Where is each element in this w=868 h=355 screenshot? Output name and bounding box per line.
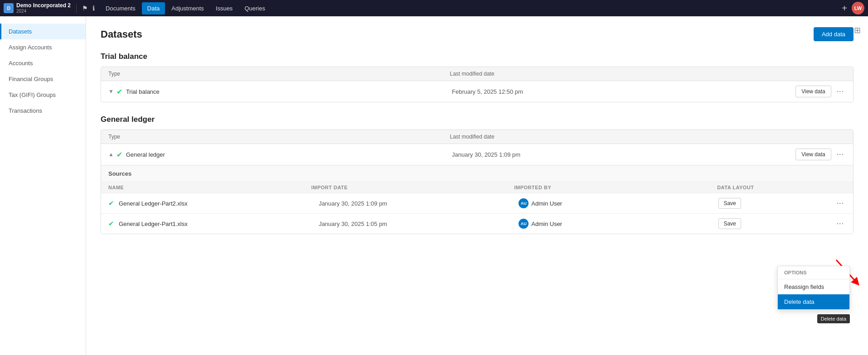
page-layout: Datasets Assign Accounts Accounts Financ… [0, 16, 868, 355]
gl-actions: View data ··· [795, 149, 846, 160]
gl-check-icon: ✔ [116, 150, 122, 159]
user-avatar-1: AU [519, 198, 529, 208]
sidebar-item-transactions[interactable]: Transactions [0, 103, 86, 119]
app-icon: D [4, 3, 14, 13]
trial-balance-actions: View data ··· [795, 86, 846, 97]
app-name: Demo Incorporated 2 [16, 3, 71, 9]
top-navigation: D Demo Incorporated 2 2024 ⚑ ℹ Documents… [0, 0, 868, 16]
general-ledger-header: Type Last modified date [101, 130, 853, 144]
col-imported-by-header: IMPORTED BY [514, 185, 717, 190]
trial-balance-table: Type Last modified date ▼ ✔ Trial balanc… [101, 67, 853, 102]
nav-queries[interactable]: Queries [239, 2, 271, 14]
app-year: 2024 [16, 9, 71, 14]
panel-toggle-icon[interactable]: ⊞ [854, 25, 861, 35]
source-date-1: January 30, 2025 1:09 pm [319, 200, 519, 207]
nav-issues[interactable]: Issues [210, 2, 238, 14]
save-button-1[interactable]: Save [718, 198, 741, 209]
main-content: Datasets Add data Trial balance Type Las… [86, 16, 868, 355]
more-options-button-gl[interactable]: ··· [835, 149, 846, 159]
add-icon[interactable]: + [842, 3, 847, 14]
trial-balance-section: Trial balance Type Last modified date ▼ … [101, 52, 853, 102]
expand-icon[interactable]: ▼ [108, 88, 114, 95]
nav-right: + LW [842, 2, 864, 14]
more-options-button-trial[interactable]: ··· [835, 86, 846, 96]
source-more-options-1[interactable]: ··· [835, 198, 846, 208]
flag-icon[interactable]: ⚑ [82, 5, 88, 12]
row-name: Trial balance [126, 88, 160, 95]
col-import-date-header: IMPORT DATE [311, 185, 514, 190]
source-date-2: January 30, 2025 1:05 pm [319, 221, 519, 227]
gl-row-name: General ledger [126, 151, 165, 158]
collapse-icon[interactable]: ▲ [108, 151, 114, 158]
delete-data-item[interactable]: Delete data [778, 294, 849, 309]
dropdown-options-label: Options [778, 266, 849, 279]
sidebar-item-accounts[interactable]: Accounts [0, 55, 86, 71]
nav-adjustments[interactable]: Adjustments [166, 2, 209, 14]
sources-header: Sources [101, 166, 853, 182]
page-header: Datasets Add data [101, 27, 853, 41]
sources-col-headers: NAME IMPORT DATE IMPORTED BY DATA LAYOUT [101, 182, 853, 193]
col-type-label: Type [108, 71, 450, 77]
info-icon[interactable]: ℹ [92, 5, 95, 12]
user-avatar[interactable]: LW [852, 2, 864, 14]
source-row-1: ✔ General Ledger-Part2.xlsx January 30, … [101, 193, 853, 214]
source-check-icon-1: ✔ [108, 199, 114, 207]
source-layout-2: Save [718, 218, 819, 229]
trial-balance-date: February 5, 2025 12:50 pm [452, 88, 795, 95]
general-ledger-table: Type Last modified date ▲ ✔ General ledg… [101, 130, 853, 234]
source-row-2: ✔ General Ledger-Part1.xlsx January 30, … [101, 214, 853, 234]
add-data-button[interactable]: Add data [814, 27, 853, 41]
nav-icons: ⚑ ℹ [82, 5, 95, 12]
sidebar-item-assign-accounts[interactable]: Assign Accounts [0, 39, 86, 55]
source-user-2: AU Admin User [519, 219, 718, 229]
col-data-layout-header: DATA LAYOUT [717, 185, 819, 190]
dropdown-menu: Options Reassign fields Delete data [777, 266, 850, 310]
gl-col-type: Type [108, 134, 450, 140]
col-date-label: Last modified date [450, 71, 792, 77]
gl-col-date: Last modified date [450, 134, 792, 140]
check-icon: ✔ [116, 87, 122, 96]
source-more-options-2[interactable]: ··· [835, 219, 846, 229]
source-name-2: General Ledger-Part1.xlsx [119, 221, 319, 227]
nav-separator [76, 4, 77, 13]
nav-documents[interactable]: Documents [100, 2, 141, 14]
page-title: Datasets [101, 29, 142, 40]
sources-section: Sources NAME IMPORT DATE IMPORTED BY DAT… [101, 165, 853, 234]
general-ledger-title: General ledger [101, 115, 853, 124]
source-user-1: AU Admin User [519, 198, 718, 208]
user-avatar-2: AU [519, 219, 529, 229]
general-ledger-section: General ledger Type Last modified date ▲… [101, 115, 853, 234]
nav-data[interactable]: Data [142, 2, 165, 14]
source-menu-2: ··· [819, 219, 846, 229]
source-name-1: General Ledger-Part2.xlsx [119, 200, 319, 207]
save-button-2[interactable]: Save [718, 218, 741, 229]
main-navigation: Documents Data Adjustments Issues Querie… [100, 2, 271, 14]
sidebar-item-tax-groups[interactable]: Tax (GIFI) Groups [0, 87, 86, 103]
view-data-button-gl[interactable]: View data [795, 149, 831, 160]
trial-balance-header: Type Last modified date [101, 67, 853, 81]
general-ledger-row: ▲ ✔ General ledger January 30, 2025 1:09… [101, 144, 853, 165]
col-name-header: NAME [108, 185, 311, 190]
sidebar: Datasets Assign Accounts Accounts Financ… [0, 16, 86, 355]
source-check-icon-2: ✔ [108, 220, 114, 228]
trial-balance-title: Trial balance [101, 52, 853, 61]
source-menu-1: ··· [819, 198, 846, 208]
gl-date: January 30, 2025 1:09 pm [452, 151, 795, 158]
source-layout-1: Save [718, 198, 819, 209]
reassign-fields-item[interactable]: Reassign fields [778, 279, 849, 294]
trial-balance-row: ▼ ✔ Trial balance February 5, 2025 12:50… [101, 81, 853, 102]
app-logo[interactable]: D Demo Incorporated 2 2024 [4, 3, 71, 14]
view-data-button-trial[interactable]: View data [795, 86, 831, 97]
sidebar-item-financial-groups[interactable]: Financial Groups [0, 71, 86, 87]
sidebar-item-datasets[interactable]: Datasets [0, 24, 86, 39]
